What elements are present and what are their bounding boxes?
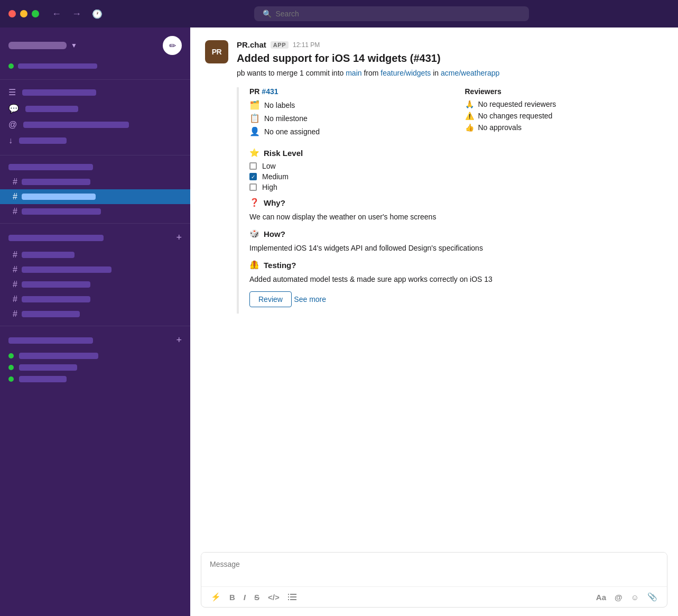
assigned-emoji-icon: 👤 [249,126,260,136]
add-channel-button[interactable]: + [176,232,182,243]
toolbar-code-button[interactable]: </> [265,591,283,604]
mentions-icon: @ [8,120,17,130]
dms-section-header[interactable]: + [0,330,190,350]
pr-no-assigned: 👤 No one assigned [249,126,448,136]
repo-link[interactable]: acme/weatherapp [441,69,499,77]
sidebar-item-mchannel-3[interactable]: # [0,277,190,292]
review-button[interactable]: Review [249,291,292,307]
traffic-lights [8,10,39,17]
composer-input[interactable] [201,553,667,584]
how-body: Implemented iOS 14's widgets API and fol… [249,243,663,254]
reviewer-emoji-2: ⚠️ [465,112,474,120]
add-dm-button[interactable]: + [176,335,182,346]
sidebar-item-dm-2[interactable] [0,362,190,373]
toolbar-strikethrough-button[interactable]: S [251,591,263,604]
sidebar-item-mchannel-4[interactable]: # [0,292,190,307]
see-more-link[interactable]: See more [294,295,326,304]
mchannel-hash-3-icon: # [13,280,17,289]
divider-2 [0,155,190,155]
sidebar-item-dm-1[interactable] [0,350,190,362]
status-label-bar [18,63,97,69]
reviewer-item-1: 🙏 No requested reviewers [465,100,664,108]
svg-rect-1 [290,594,296,595]
risk-medium-checkbox[interactable]: ✓ [249,173,257,180]
pr-number-link[interactable]: #431 [262,87,278,96]
reviewer-item-2: ⚠️ No changes requested [465,112,664,120]
risk-level-text: Risk Level [264,149,303,158]
compose-button[interactable]: ✏ [163,36,182,55]
search-icon: 🔍 [263,10,272,18]
svg-rect-3 [290,596,296,597]
pr-label: PR [249,87,262,96]
toolbar-text-size-button[interactable]: Aa [593,591,609,604]
history-button[interactable]: 🕐 [92,9,103,19]
nav-item-downloads[interactable]: ↓ [0,133,190,149]
nav-downloads-label [19,137,67,144]
back-button[interactable]: ← [50,6,63,22]
risk-level-title: ⭐ Risk Level [249,148,663,158]
sidebar-item-mchannel-5[interactable]: # [0,307,190,321]
search-input[interactable] [276,10,521,18]
sidebar-item-channel-active[interactable]: # [0,189,190,204]
labels-emoji-icon: 🗂️ [249,100,260,110]
toolbar-emoji-button[interactable]: ☺ [628,591,642,604]
reviewer-item-3: 👍 No approvals [465,123,664,132]
pr-no-labels: 🗂️ No labels [249,100,448,110]
list-icon [288,593,296,601]
toolbar-italic-button[interactable]: I [240,591,249,604]
message-area: PR PR.chat APP 12:11 PM Added support fo… [190,27,678,546]
toolbar-bold-button[interactable]: B [226,591,238,604]
titlebar: ← → 🕐 🔍 [0,0,678,27]
reviewer-emoji-1: 🙏 [465,100,474,108]
main-branch-link[interactable]: main [346,69,361,77]
subtitle-in: in [431,69,441,77]
nav-item-menu[interactable]: ☰ [0,84,190,100]
composer-toolbar: ⚡ B I S </> [201,586,667,607]
why-title: ❓ Why? [249,198,663,207]
sidebar-item-dm-3[interactable] [0,373,190,385]
forward-button[interactable]: → [70,6,83,22]
toolbar-mention-button[interactable]: @ [611,591,626,604]
reviewer-text-2: No changes requested [478,112,553,120]
sidebar-item-channel-1[interactable]: # [0,174,190,189]
risk-low-item: Low [249,162,663,170]
reviewer-emoji-3: 👍 [465,123,474,132]
svg-rect-0 [288,594,289,595]
more-channels-header[interactable]: + [0,228,190,247]
channel-label-3 [22,208,101,215]
toolbar-list-button[interactable] [285,591,300,603]
content-area: PR PR.chat APP 12:11 PM Added support fo… [190,27,678,616]
close-button[interactable] [8,10,16,17]
sidebar-item-mchannel-2[interactable]: # [0,262,190,277]
nav-item-threads[interactable]: 💬 [0,100,190,117]
why-section: ❓ Why? We can now display the weather on… [249,198,663,223]
channels-section-header[interactable] [0,160,190,174]
how-title: 🎲 How? [249,229,663,238]
sidebar-workspace: ▼ ✏ [0,34,190,61]
no-assigned-text: No one assigned [264,127,320,136]
channel-hash-active-icon: # [13,192,17,201]
divider-3 [0,223,190,224]
toolbar-lightning-button[interactable]: ⚡ [208,590,224,604]
sidebar-nav-section: ☰ 💬 @ ↓ [0,84,190,149]
dm-online-dot-1 [8,353,14,358]
testing-title: 🦺 Testing? [249,260,663,270]
nav-item-mentions[interactable]: @ [0,117,190,133]
sidebar-item-mchannel-1[interactable]: # [0,247,190,262]
pr-left-info: PR #431 🗂️ No labels 📋 No milestone [249,87,448,140]
sidebar-item-channel-3[interactable]: # [0,204,190,219]
risk-low-checkbox[interactable] [249,162,257,170]
risk-high-checkbox[interactable] [249,183,257,191]
channels-section-label [8,164,93,170]
mchannel-label-3 [22,281,90,288]
minimize-button[interactable] [20,10,27,17]
maximize-button[interactable] [32,10,39,17]
workspace-chevron-icon[interactable]: ▼ [71,42,77,49]
risk-emoji-icon: ⭐ [249,148,259,158]
composer-area: ⚡ B I S </> [190,546,678,616]
search-bar[interactable]: 🔍 [254,6,529,21]
composer-box: ⚡ B I S </> [201,552,667,608]
mchannel-hash-5-icon: # [13,309,17,319]
toolbar-attach-button[interactable]: 📎 [644,590,661,604]
feature-branch-link[interactable]: feature/widgets [380,69,431,77]
